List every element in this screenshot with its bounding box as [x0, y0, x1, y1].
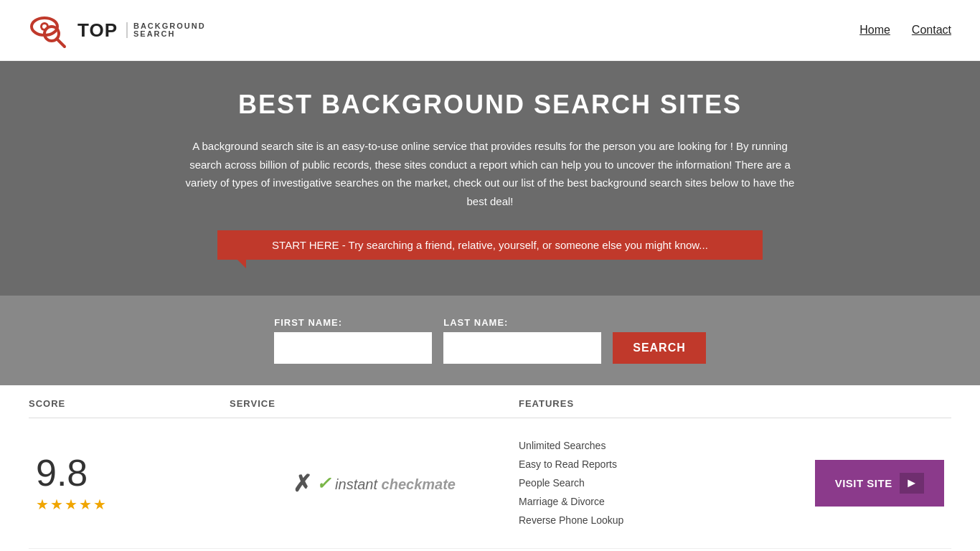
col-features: FEATURES: [519, 398, 808, 409]
feature-1-4: Marriage & Divorce: [519, 494, 808, 509]
cta-banner: START HERE - Try searching a friend, rel…: [217, 230, 763, 260]
features-cell-1: Unlimited Searches Easy to Read Reports …: [519, 438, 808, 528]
star-2: ★: [50, 496, 63, 513]
col-action: [808, 398, 951, 409]
hero-title: BEST BACKGROUND SEARCH SITES: [14, 90, 966, 120]
last-name-label: LAST NAME:: [443, 317, 601, 328]
header: TOP BACKGROUND SEARCH Home Contact: [0, 0, 980, 61]
svg-line-4: [57, 39, 65, 47]
star-3: ★: [65, 496, 77, 513]
score-cell-1: 9.8 ★ ★ ★ ★ ★: [29, 454, 230, 513]
results-table: SCORE SERVICE FEATURES 9.8 ★ ★ ★ ★ ★ ✗ ✓…: [0, 385, 980, 551]
logo-top: TOP: [77, 19, 118, 42]
star-1: ★: [36, 496, 49, 513]
score-number-1: 9.8: [36, 454, 88, 491]
service-cell-1: ✗ ✓ instant checkmate: [230, 470, 519, 497]
checkmate-x: ✗: [293, 470, 312, 497]
table-row: 9.8 ★ ★ ★ ★ ★ ✗ ✓ instant checkmate Unli…: [29, 418, 951, 549]
nav: Home Contact: [859, 24, 951, 37]
logo: TOP BACKGROUND SEARCH: [29, 11, 206, 50]
last-name-group: LAST NAME:: [443, 317, 601, 364]
hero-description: A background search site is an easy-to-u…: [182, 137, 798, 210]
star-4: ★: [79, 496, 92, 513]
logo-text: TOP: [77, 19, 118, 42]
hero-section: BEST BACKGROUND SEARCH SITES A backgroun…: [0, 61, 980, 296]
checkmate-logo: ✗ ✓ instant checkmate: [293, 470, 456, 497]
last-name-input[interactable]: [443, 332, 601, 364]
cta-text: START HERE - Try searching a friend, rel…: [272, 239, 708, 251]
first-name-label: FIRST NAME:: [274, 317, 432, 328]
col-service: SERVICE: [230, 398, 519, 409]
first-name-group: FIRST NAME:: [274, 317, 432, 364]
feature-1-1: Unlimited Searches: [519, 438, 808, 453]
logo-icon: [29, 11, 72, 50]
visit-arrow-1: ►: [900, 473, 924, 494]
table-header: SCORE SERVICE FEATURES: [29, 385, 951, 418]
first-name-input[interactable]: [274, 332, 432, 364]
feature-1-2: Easy to Read Reports: [519, 457, 808, 472]
checkmate-brand: ✓ instant checkmate: [316, 474, 456, 494]
feature-1-3: People Search: [519, 476, 808, 491]
stars-1: ★ ★ ★ ★ ★: [36, 496, 106, 513]
logo-sub2: SEARCH: [133, 30, 206, 38]
star-5: ★: [93, 496, 106, 513]
nav-home[interactable]: Home: [859, 24, 890, 37]
visit-button-1[interactable]: VISIT SITE ►: [815, 460, 944, 507]
visit-label-1: VISIT SITE: [835, 477, 892, 489]
feature-1-5: Reverse Phone Lookup: [519, 513, 808, 528]
logo-right: BACKGROUND SEARCH: [126, 22, 206, 38]
nav-contact[interactable]: Contact: [912, 24, 951, 37]
col-score: SCORE: [29, 398, 230, 409]
search-button[interactable]: SEARCH: [613, 332, 706, 364]
visit-cell-1: VISIT SITE ►: [808, 460, 951, 507]
search-form-area: FIRST NAME: LAST NAME: SEARCH: [0, 296, 980, 385]
